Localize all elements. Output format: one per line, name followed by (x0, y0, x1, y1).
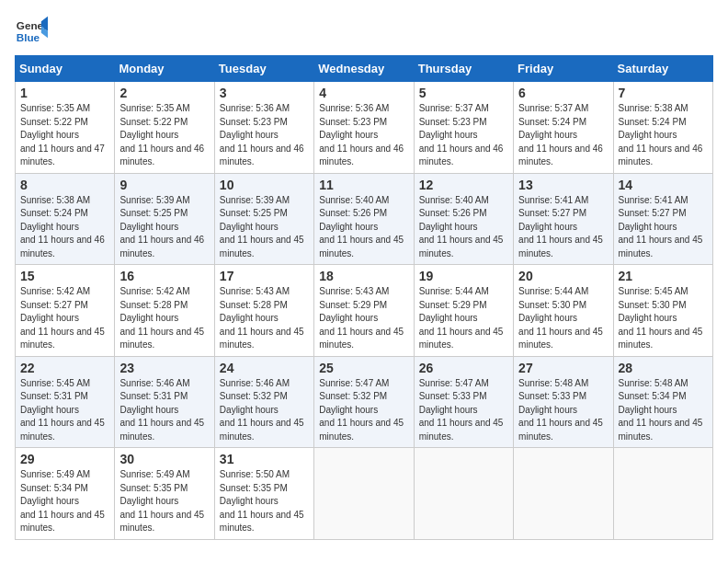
day-number: 22 (20, 361, 109, 375)
day-number: 29 (20, 452, 109, 466)
day-number: 23 (119, 361, 209, 375)
day-number: 4 (319, 86, 408, 100)
day-info: Sunrise: 5:46 AMSunset: 5:32 PMDaylight … (220, 377, 309, 444)
calendar-cell: 24 Sunrise: 5:46 AMSunset: 5:32 PMDaylig… (214, 356, 313, 448)
calendar-cell: 10 Sunrise: 5:39 AMSunset: 5:25 PMDaylig… (214, 173, 313, 265)
day-number: 11 (319, 178, 408, 192)
page-header: General Blue (15, 15, 713, 48)
day-info: Sunrise: 5:41 AMSunset: 5:27 PMDaylight … (619, 194, 708, 261)
day-info: Sunrise: 5:47 AMSunset: 5:33 PMDaylight … (419, 377, 508, 444)
day-info: Sunrise: 5:48 AMSunset: 5:33 PMDaylight … (518, 377, 608, 444)
calendar-cell: 13 Sunrise: 5:41 AMSunset: 5:27 PMDaylig… (514, 173, 613, 265)
weekday-header-thursday: Thursday (414, 56, 513, 82)
calendar-table: SundayMondayTuesdayWednesdayThursdayFrid… (15, 55, 713, 540)
day-number: 30 (119, 452, 209, 466)
calendar-cell: 18 Sunrise: 5:43 AMSunset: 5:29 PMDaylig… (314, 265, 414, 357)
calendar-week-4: 22 Sunrise: 5:45 AMSunset: 5:31 PMDaylig… (16, 356, 713, 448)
day-info: Sunrise: 5:48 AMSunset: 5:34 PMDaylight … (619, 377, 708, 444)
day-number: 21 (619, 269, 708, 283)
calendar-cell (514, 448, 613, 540)
calendar-cell: 5 Sunrise: 5:37 AMSunset: 5:23 PMDayligh… (414, 82, 513, 174)
day-number: 14 (619, 178, 708, 192)
day-info: Sunrise: 5:45 AMSunset: 5:31 PMDaylight … (20, 377, 109, 444)
calendar-cell: 4 Sunrise: 5:36 AMSunset: 5:23 PMDayligh… (314, 82, 414, 174)
calendar-cell: 8 Sunrise: 5:38 AMSunset: 5:24 PMDayligh… (16, 173, 115, 265)
day-info: Sunrise: 5:35 AMSunset: 5:22 PMDaylight … (119, 102, 209, 169)
day-info: Sunrise: 5:44 AMSunset: 5:29 PMDaylight … (419, 285, 508, 352)
calendar-cell: 29 Sunrise: 5:49 AMSunset: 5:34 PMDaylig… (16, 448, 115, 540)
calendar-cell (314, 448, 414, 540)
calendar-week-3: 15 Sunrise: 5:42 AMSunset: 5:27 PMDaylig… (16, 265, 713, 357)
day-number: 26 (419, 361, 508, 375)
calendar-week-2: 8 Sunrise: 5:38 AMSunset: 5:24 PMDayligh… (16, 173, 713, 265)
day-number: 24 (220, 361, 309, 375)
day-number: 31 (220, 452, 309, 466)
calendar-cell: 17 Sunrise: 5:43 AMSunset: 5:28 PMDaylig… (214, 265, 313, 357)
day-number: 20 (518, 269, 608, 283)
calendar-cell: 2 Sunrise: 5:35 AMSunset: 5:22 PMDayligh… (115, 82, 214, 174)
day-number: 13 (518, 178, 608, 192)
day-number: 1 (20, 86, 109, 100)
calendar-cell: 23 Sunrise: 5:46 AMSunset: 5:31 PMDaylig… (115, 356, 214, 448)
day-number: 2 (119, 86, 209, 100)
calendar-cell: 7 Sunrise: 5:38 AMSunset: 5:24 PMDayligh… (613, 82, 712, 174)
day-info: Sunrise: 5:44 AMSunset: 5:30 PMDaylight … (518, 285, 608, 352)
calendar-header: SundayMondayTuesdayWednesdayThursdayFrid… (16, 56, 713, 82)
day-info: Sunrise: 5:50 AMSunset: 5:35 PMDaylight … (220, 468, 309, 535)
calendar-cell: 19 Sunrise: 5:44 AMSunset: 5:29 PMDaylig… (414, 265, 513, 357)
calendar-cell: 31 Sunrise: 5:50 AMSunset: 5:35 PMDaylig… (214, 448, 313, 540)
day-info: Sunrise: 5:40 AMSunset: 5:26 PMDaylight … (319, 194, 408, 261)
calendar-cell: 3 Sunrise: 5:36 AMSunset: 5:23 PMDayligh… (214, 82, 313, 174)
calendar-cell (414, 448, 513, 540)
day-info: Sunrise: 5:36 AMSunset: 5:23 PMDaylight … (319, 102, 408, 169)
day-number: 16 (119, 269, 209, 283)
day-info: Sunrise: 5:38 AMSunset: 5:24 PMDaylight … (619, 102, 708, 169)
weekday-header-friday: Friday (514, 56, 613, 82)
day-info: Sunrise: 5:42 AMSunset: 5:28 PMDaylight … (119, 285, 209, 352)
day-number: 10 (220, 178, 309, 192)
day-info: Sunrise: 5:39 AMSunset: 5:25 PMDaylight … (119, 194, 209, 261)
day-number: 3 (220, 86, 309, 100)
calendar-cell: 27 Sunrise: 5:48 AMSunset: 5:33 PMDaylig… (514, 356, 613, 448)
day-number: 6 (518, 86, 608, 100)
day-info: Sunrise: 5:43 AMSunset: 5:28 PMDaylight … (220, 285, 309, 352)
day-number: 7 (619, 86, 708, 100)
day-number: 15 (20, 269, 109, 283)
calendar-week-1: 1 Sunrise: 5:35 AMSunset: 5:22 PMDayligh… (16, 82, 713, 174)
calendar-cell: 22 Sunrise: 5:45 AMSunset: 5:31 PMDaylig… (16, 356, 115, 448)
calendar-cell: 21 Sunrise: 5:45 AMSunset: 5:30 PMDaylig… (613, 265, 712, 357)
calendar-week-5: 29 Sunrise: 5:49 AMSunset: 5:34 PMDaylig… (16, 448, 713, 540)
weekday-header-monday: Monday (115, 56, 214, 82)
svg-text:Blue: Blue (17, 31, 40, 43)
calendar-cell: 9 Sunrise: 5:39 AMSunset: 5:25 PMDayligh… (115, 173, 214, 265)
calendar-cell: 6 Sunrise: 5:37 AMSunset: 5:24 PMDayligh… (514, 82, 613, 174)
day-number: 12 (419, 178, 508, 192)
calendar-cell: 11 Sunrise: 5:40 AMSunset: 5:26 PMDaylig… (314, 173, 414, 265)
day-number: 8 (20, 178, 109, 192)
calendar-cell: 15 Sunrise: 5:42 AMSunset: 5:27 PMDaylig… (16, 265, 115, 357)
calendar-cell: 1 Sunrise: 5:35 AMSunset: 5:22 PMDayligh… (16, 82, 115, 174)
day-info: Sunrise: 5:49 AMSunset: 5:34 PMDaylight … (20, 468, 109, 535)
day-info: Sunrise: 5:37 AMSunset: 5:23 PMDaylight … (419, 102, 508, 169)
weekday-header-saturday: Saturday (613, 56, 712, 82)
day-number: 25 (319, 361, 408, 375)
day-info: Sunrise: 5:41 AMSunset: 5:27 PMDaylight … (518, 194, 608, 261)
weekday-header-sunday: Sunday (16, 56, 115, 82)
calendar-cell: 28 Sunrise: 5:48 AMSunset: 5:34 PMDaylig… (613, 356, 712, 448)
calendar-cell: 20 Sunrise: 5:44 AMSunset: 5:30 PMDaylig… (514, 265, 613, 357)
day-number: 9 (119, 178, 209, 192)
calendar-cell: 14 Sunrise: 5:41 AMSunset: 5:27 PMDaylig… (613, 173, 712, 265)
day-info: Sunrise: 5:45 AMSunset: 5:30 PMDaylight … (619, 285, 708, 352)
logo-icon: General Blue (15, 15, 48, 48)
day-info: Sunrise: 5:36 AMSunset: 5:23 PMDaylight … (220, 102, 309, 169)
logo: General Blue (15, 15, 48, 48)
day-info: Sunrise: 5:38 AMSunset: 5:24 PMDaylight … (20, 194, 109, 261)
calendar-cell: 25 Sunrise: 5:47 AMSunset: 5:32 PMDaylig… (314, 356, 414, 448)
day-info: Sunrise: 5:49 AMSunset: 5:35 PMDaylight … (119, 468, 209, 535)
day-info: Sunrise: 5:43 AMSunset: 5:29 PMDaylight … (319, 285, 408, 352)
calendar-cell (613, 448, 712, 540)
calendar-body: 1 Sunrise: 5:35 AMSunset: 5:22 PMDayligh… (16, 82, 713, 540)
weekday-header-tuesday: Tuesday (214, 56, 313, 82)
day-info: Sunrise: 5:37 AMSunset: 5:24 PMDaylight … (518, 102, 608, 169)
day-info: Sunrise: 5:35 AMSunset: 5:22 PMDaylight … (20, 102, 109, 169)
